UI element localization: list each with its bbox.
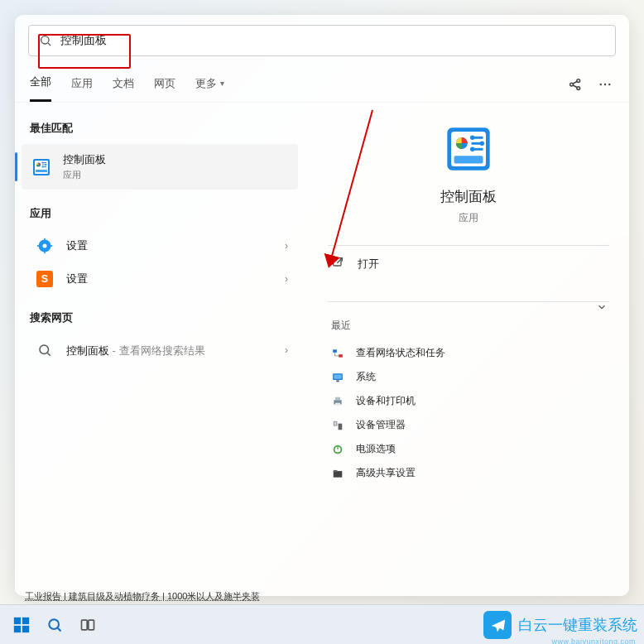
- search-input[interactable]: [60, 34, 605, 47]
- detail-title: 控制面板: [328, 187, 609, 206]
- result-web-search[interactable]: 控制面板 - 查看网络搜索结果 ›: [15, 334, 308, 367]
- svg-line-5: [573, 81, 577, 84]
- chevron-right-icon: ›: [280, 273, 293, 285]
- result-suffix: - 查看网络搜索结果: [109, 344, 205, 357]
- svg-point-16: [42, 161, 44, 163]
- svg-rect-48: [335, 396, 340, 400]
- recent-header: 最近: [331, 319, 609, 333]
- svg-point-17: [46, 164, 47, 166]
- section-web: 搜索网页: [15, 304, 308, 334]
- divider: [328, 301, 609, 302]
- result-best-control-panel[interactable]: 控制面板 应用: [22, 144, 298, 190]
- start-button[interactable]: [5, 608, 38, 642]
- recent-label: 电源选项: [356, 442, 396, 456]
- recent-label: 系统: [356, 370, 376, 384]
- svg-line-6: [573, 84, 577, 87]
- control-panel-icon: [31, 157, 51, 177]
- svg-rect-62: [22, 625, 29, 632]
- svg-point-21: [43, 244, 47, 248]
- recent-label: 高级共享设置: [356, 466, 416, 480]
- detail-sub: 应用: [328, 211, 609, 225]
- chevron-down-icon: ▾: [220, 79, 224, 88]
- svg-point-63: [49, 619, 59, 629]
- action-open[interactable]: 打开: [328, 246, 609, 281]
- result-title: 控制面板: [66, 344, 109, 357]
- watermark-icon: [483, 611, 512, 639]
- content: 最佳匹配 控制面板 应用 应用 设置 › S: [15, 103, 629, 591]
- svg-point-37: [480, 142, 484, 146]
- detail-icon-wrap: [328, 126, 609, 172]
- recent-label: 设备管理器: [356, 418, 406, 432]
- watermark-url: www.baiyunxitong.com: [551, 637, 636, 644]
- result-app-sogou-settings[interactable]: S 设置 ›: [15, 262, 308, 296]
- power-icon: [331, 443, 344, 456]
- svg-point-9: [608, 83, 610, 84]
- open-icon: [331, 256, 346, 272]
- svg-rect-25: [50, 245, 52, 247]
- svg-rect-52: [334, 421, 336, 425]
- watermark-text: 白云一键重装系统: [518, 615, 637, 635]
- tab-apps[interactable]: 应用: [71, 74, 93, 102]
- svg-rect-39: [454, 156, 483, 163]
- svg-rect-49: [335, 402, 340, 406]
- chevron-right-icon: ›: [280, 344, 293, 356]
- search-panel: 全部 应用 文档 网页 更多▾ 最佳匹配 控制面板 应用: [15, 15, 629, 596]
- svg-rect-43: [339, 354, 343, 358]
- search-icon: [35, 340, 55, 360]
- svg-line-64: [58, 627, 61, 631]
- share-icon[interactable]: [566, 75, 584, 94]
- recent-label: 设备和打印机: [356, 394, 416, 408]
- tab-more[interactable]: 更多▾: [195, 74, 224, 102]
- tabs-actions: [566, 75, 614, 102]
- svg-rect-40: [334, 258, 341, 266]
- svg-rect-55: [337, 445, 338, 449]
- search-bar-wrap: [15, 15, 629, 63]
- folder-icon: [331, 467, 344, 480]
- recent-network-status[interactable]: 查看网络状态和任务: [328, 341, 609, 365]
- more-icon[interactable]: [596, 75, 614, 94]
- network-icon: [331, 347, 344, 360]
- svg-text:S: S: [41, 273, 48, 285]
- task-view-button[interactable]: [71, 608, 104, 642]
- results-column: 最佳匹配 控制面板 应用 应用 设置 › S: [15, 103, 308, 591]
- svg-rect-22: [44, 238, 46, 241]
- recent-system[interactable]: 系统: [328, 365, 609, 389]
- recent-devices-printers[interactable]: 设备和打印机: [328, 389, 609, 413]
- svg-point-36: [470, 136, 474, 140]
- action-label: 打开: [358, 257, 379, 272]
- svg-rect-59: [14, 617, 21, 623]
- recent-advanced-sharing[interactable]: 高级共享设置: [328, 461, 609, 485]
- tab-web[interactable]: 网页: [154, 74, 175, 102]
- monitor-icon: [331, 371, 344, 384]
- svg-point-7: [600, 83, 602, 84]
- search-box[interactable]: [28, 25, 616, 56]
- svg-rect-24: [37, 245, 40, 247]
- svg-rect-61: [14, 625, 21, 632]
- result-text: 控制面板 应用: [63, 152, 288, 181]
- svg-rect-65: [82, 620, 88, 630]
- section-apps: 应用: [15, 199, 308, 229]
- result-sub: 应用: [63, 169, 288, 181]
- truncated-background-text: 工业报告 | 建筑目级及动植物疗务 | 1000米以人及施半夹装: [25, 590, 260, 603]
- chevron-right-icon: ›: [280, 240, 293, 252]
- svg-point-38: [470, 147, 474, 151]
- svg-rect-46: [336, 380, 339, 382]
- section-best-match: 最佳匹配: [15, 114, 308, 144]
- svg-line-29: [47, 353, 50, 355]
- result-app-settings[interactable]: 设置 ›: [15, 229, 308, 262]
- watermark: 白云一键重装系统 www.baiyunxitong.com: [483, 611, 637, 639]
- svg-point-0: [41, 36, 49, 44]
- taskbar-search-button[interactable]: [38, 608, 71, 642]
- result-title: 控制面板: [63, 152, 288, 167]
- tabs: 全部 应用 文档 网页 更多▾: [30, 74, 566, 102]
- recent-power-options[interactable]: 电源选项: [328, 437, 609, 461]
- svg-rect-19: [36, 170, 47, 172]
- device-manager-icon: [331, 419, 344, 432]
- tab-docs[interactable]: 文档: [113, 74, 134, 102]
- detail-column: 控制面板 应用 打开 最近 查看网络状态和任务 系统: [308, 103, 629, 591]
- chevron-down-icon[interactable]: [596, 301, 608, 316]
- sogou-icon: S: [35, 269, 55, 289]
- recent-device-manager[interactable]: 设备管理器: [328, 413, 609, 437]
- svg-point-8: [604, 83, 606, 84]
- tab-all[interactable]: 全部: [30, 74, 51, 102]
